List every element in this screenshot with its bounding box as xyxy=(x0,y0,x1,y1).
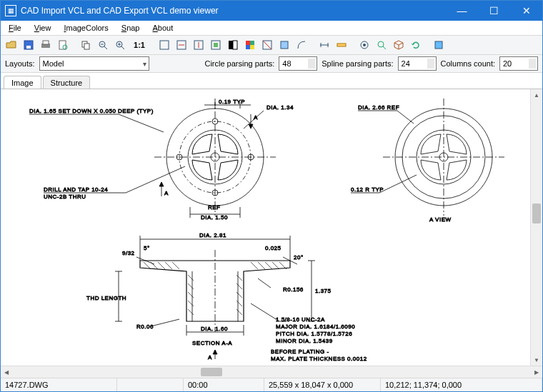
titlebar[interactable]: ▦ CAD Import VCL and CAD Export VCL demo… xyxy=(1,1,542,21)
status-blank xyxy=(117,378,184,391)
columns-count-input[interactable]: 20▲▼ xyxy=(499,56,538,71)
scroll-down-icon[interactable]: ▼ xyxy=(531,354,542,366)
svg-line-9 xyxy=(104,46,107,49)
save-icon[interactable] xyxy=(21,37,36,53)
refresh-icon[interactable] xyxy=(408,37,424,53)
tab-image[interactable]: Image xyxy=(4,76,41,89)
draw-arc-icon[interactable] xyxy=(294,37,309,53)
menu-snap[interactable]: SnapSnap xyxy=(116,21,145,34)
svg-text:DIA. 2.66 REF: DIA. 2.66 REF xyxy=(358,104,399,111)
circle-parts-label: Circle parsing parts: xyxy=(204,59,274,68)
zoom-out-icon[interactable] xyxy=(95,37,111,53)
svg-text:A: A xyxy=(208,354,212,361)
svg-rect-33 xyxy=(337,44,346,46)
svg-rect-7 xyxy=(84,44,89,49)
bw-icon[interactable] xyxy=(225,37,241,53)
svg-line-37 xyxy=(383,46,386,49)
spline-parts-input[interactable]: 24▲▼ xyxy=(398,56,437,71)
svg-text:MINOR DIA. 1.5439: MINOR DIA. 1.5439 xyxy=(276,338,333,344)
svg-text:R0.156: R0.156 xyxy=(283,286,304,293)
minimize-button[interactable]: — xyxy=(446,1,478,21)
svg-rect-29 xyxy=(281,41,288,49)
zoom-1to1-button[interactable]: 1:1 xyxy=(129,37,149,53)
svg-text:R0.06: R0.06 xyxy=(136,323,154,330)
svg-rect-26 xyxy=(246,45,250,49)
params-bar: Layouts: Model Circle parsing parts: 48▲… xyxy=(1,55,542,73)
open-icon[interactable] xyxy=(4,37,19,53)
svg-line-91 xyxy=(172,262,179,269)
horizontal-scrollbar[interactable]: ◀ ▶ xyxy=(1,366,542,378)
invert-icon[interactable] xyxy=(259,37,275,53)
svg-rect-22 xyxy=(229,41,233,49)
svg-line-106 xyxy=(236,309,242,315)
svg-text:THD LENGTH: THD LENGTH xyxy=(86,295,126,301)
svg-rect-3 xyxy=(43,41,49,44)
scroll-thumb[interactable] xyxy=(201,368,222,376)
svg-line-94 xyxy=(265,262,272,269)
svg-text:DIA. 1.65 SET DOWN X 0.050 DEE: DIA. 1.65 SET DOWN X 0.050 DEEP (TYP) xyxy=(29,108,154,114)
vertical-scrollbar[interactable]: ▲ ▼ xyxy=(530,89,542,366)
close-button[interactable]: ✕ xyxy=(510,1,542,21)
svg-text:A VIEW: A VIEW xyxy=(429,216,452,223)
columns-count-label: Columns count: xyxy=(441,59,495,68)
svg-line-101 xyxy=(188,309,194,315)
svg-text:0.12 R TYP: 0.12 R TYP xyxy=(351,186,384,193)
svg-text:SECTION A-A: SECTION A-A xyxy=(192,340,232,346)
scroll-right-icon[interactable]: ▶ xyxy=(531,366,542,378)
copy-icon[interactable] xyxy=(78,37,94,53)
scroll-up-icon[interactable]: ▲ xyxy=(531,89,542,101)
fit-width-icon[interactable] xyxy=(174,37,189,53)
tab-structure[interactable]: Structure xyxy=(43,76,91,89)
spline-parts-label: Spline parsing parts: xyxy=(322,59,393,68)
statusbar: 14727.DWG 00:00 25,559 x 18,047 x 0,000 … xyxy=(1,378,542,391)
draw-tool-icon[interactable] xyxy=(277,37,292,53)
menu-file[interactable]: FFileile xyxy=(4,21,26,34)
svg-line-102 xyxy=(236,275,242,281)
zoom-in-icon[interactable] xyxy=(112,37,128,53)
svg-text:DIA. 1.50: DIA. 1.50 xyxy=(201,214,228,221)
circle-parts-input[interactable]: 48▲▼ xyxy=(279,56,317,71)
fit-window-icon[interactable] xyxy=(156,37,172,53)
search-icon[interactable] xyxy=(374,37,389,53)
fit-height-icon[interactable] xyxy=(191,37,206,53)
svg-line-118 xyxy=(151,319,179,326)
help-icon[interactable] xyxy=(431,37,447,53)
status-time: 00:00 xyxy=(184,378,264,391)
maximize-button[interactable]: ☐ xyxy=(478,1,510,21)
svg-line-136 xyxy=(251,303,279,321)
scroll-thumb[interactable] xyxy=(532,203,541,223)
color-icon[interactable] xyxy=(242,37,258,53)
svg-text:PITCH DIA. 1.5778/1.5726: PITCH DIA. 1.5778/1.5726 xyxy=(276,331,352,337)
svg-text:BEFORE PLATING -: BEFORE PLATING - xyxy=(271,348,329,355)
options-icon[interactable] xyxy=(357,37,372,53)
svg-text:20°: 20° xyxy=(294,254,304,261)
svg-text:1 5/8-16 UNC-2A: 1 5/8-16 UNC-2A xyxy=(276,316,325,323)
tabs: Image Structure xyxy=(1,73,542,89)
svg-text:1.375: 1.375 xyxy=(315,288,332,294)
svg-line-99 xyxy=(188,292,194,298)
menu-view[interactable]: ViewView xyxy=(29,21,56,34)
menu-about[interactable]: AboutAbout xyxy=(147,21,178,34)
window-title: CAD Import VCL and CAD Export VCL demo v… xyxy=(21,6,446,16)
ruler-icon[interactable] xyxy=(334,37,349,53)
dimension-icon[interactable] xyxy=(317,37,332,53)
svg-text:MAX. PLATE THICKNESS 0.0012: MAX. PLATE THICKNESS 0.0012 xyxy=(271,356,367,362)
drawing-canvas[interactable]: 0.19 TYP DIA. 1.34 A A DIA. 1.65 SET DOW… xyxy=(1,89,530,366)
svg-text:REF: REF xyxy=(208,204,221,211)
svg-line-78 xyxy=(397,111,414,124)
svg-rect-15 xyxy=(160,41,169,49)
3d-icon[interactable] xyxy=(391,37,407,53)
svg-rect-25 xyxy=(250,41,254,45)
svg-line-98 xyxy=(188,283,194,289)
svg-line-62 xyxy=(126,166,185,193)
svg-text:5°: 5° xyxy=(144,245,150,251)
print-preview-icon[interactable] xyxy=(55,37,71,53)
print-icon[interactable] xyxy=(38,37,54,53)
svg-text:DIA. 2.81: DIA. 2.81 xyxy=(199,232,226,238)
scroll-left-icon[interactable]: ◀ xyxy=(1,366,12,378)
fit-selection-icon[interactable] xyxy=(208,37,224,53)
menu-imagecolors[interactable]: ImageColorsImageColors xyxy=(59,21,113,34)
svg-text:DIA. 1.60: DIA. 1.60 xyxy=(201,326,228,332)
svg-text:A: A xyxy=(164,190,169,196)
layouts-combo[interactable]: Model xyxy=(39,56,149,71)
